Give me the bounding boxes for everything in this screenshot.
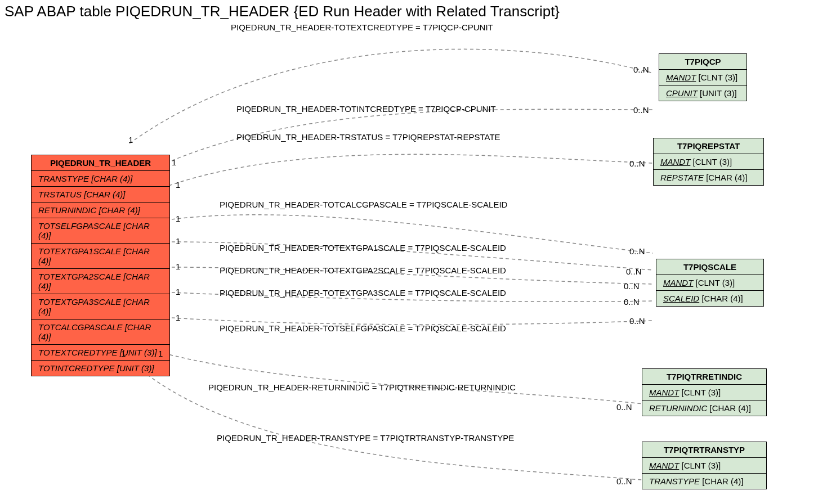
field-row: REPSTATE [CHAR (4)]	[654, 170, 763, 185]
field-row: TRANSTYPE [CHAR (4)]	[642, 474, 766, 489]
cardinality: 0..N	[616, 402, 632, 412]
cardinality: 1	[176, 287, 180, 296]
cardinality: 0..N	[624, 297, 640, 307]
field-row: SCALEID [CHAR (4)]	[656, 291, 763, 306]
cardinality: 0..N	[629, 159, 645, 168]
field-row: CPUNIT [UNIT (3)]	[659, 86, 746, 101]
diagram-title: SAP ABAP table PIQEDRUN_TR_HEADER {ED Ru…	[5, 3, 560, 20]
cardinality: 1	[176, 262, 180, 271]
field-row: RETURNINDIC [CHAR (4)]	[642, 400, 766, 416]
table-ref-t7piqscale: T7PIQSCALE MANDT [CLNT (3)] SCALEID [CHA…	[656, 259, 764, 307]
table-ref-t7piqcp: T7PIQCP MANDT [CLNT (3)] CPUNIT [UNIT (3…	[659, 53, 747, 101]
rel-label: PIQEDRUN_TR_HEADER-RETURNINDIC = T7PIQTR…	[208, 382, 516, 392]
table-ref-t7piqrepstat: T7PIQREPSTAT MANDT [CLNT (3)] REPSTATE […	[653, 138, 764, 186]
cardinality: 1	[176, 214, 180, 223]
cardinality: 0..N	[633, 105, 649, 115]
cardinality: 1	[128, 135, 133, 145]
field-row: TOTINTCREDTYPE [UNIT (3)]	[32, 361, 169, 376]
field-row: TRSTATUS [CHAR (4)]	[32, 187, 169, 202]
field-row: RETURNINDIC [CHAR (4)]	[32, 202, 169, 218]
ref-header: T7PIQSCALE	[656, 259, 763, 275]
field-row: MANDT [CLNT (3)]	[656, 275, 763, 291]
field-row: TOTEXTGPA2SCALE [CHAR (4)]	[32, 269, 169, 294]
table-main-header: PIQEDRUN_TR_HEADER	[32, 155, 169, 171]
cardinality: 0..N	[629, 316, 645, 326]
rel-label: PIQEDRUN_TR_HEADER-TOTINTCREDTYPE = T7PI…	[236, 104, 496, 114]
rel-label: PIQEDRUN_TR_HEADER-TOTEXTGPA1SCALE = T7P…	[220, 243, 506, 253]
field-row: TOTSELFGPASCALE [CHAR (4)]	[32, 218, 169, 244]
rel-label: PIQEDRUN_TR_HEADER-TRANSTYPE = T7PIQTRTR…	[217, 433, 514, 443]
rel-label: PIQEDRUN_TR_HEADER-TOTSELFGPASCALE = T7P…	[220, 323, 506, 333]
cardinality: 0..N	[629, 246, 645, 256]
cardinality: 1	[176, 180, 180, 190]
field-row: TOTEXTGPA3SCALE [CHAR (4)]	[32, 294, 169, 320]
ref-header: T7PIQTRTRANSTYP	[642, 442, 766, 458]
rel-label: PIQEDRUN_TR_HEADER-TRSTATUS = T7PIQREPST…	[236, 132, 500, 142]
cardinality: 1	[158, 349, 163, 358]
field-row: TRANSTYPE [CHAR (4)]	[32, 171, 169, 187]
ref-header: T7PIQREPSTAT	[654, 138, 763, 154]
cardinality: 1	[172, 158, 176, 167]
field-row: TOTEXTCREDTYPE [UNIT (3)]	[32, 345, 169, 361]
cardinality: 0..N	[624, 281, 640, 291]
field-row: MANDT [CLNT (3)]	[654, 154, 763, 170]
rel-label: PIQEDRUN_TR_HEADER-TOTEXTCREDTYPE = T7PI…	[231, 22, 493, 32]
table-main: PIQEDRUN_TR_HEADER TRANSTYPE [CHAR (4)] …	[31, 155, 170, 376]
cardinality: 0..N	[626, 267, 642, 276]
rel-label: PIQEDRUN_TR_HEADER-TOTEXTGPA2SCALE = T7P…	[220, 266, 506, 275]
table-ref-t7piqtrretindic: T7PIQTRRETINDIC MANDT [CLNT (3)] RETURNI…	[642, 368, 767, 416]
field-row: MANDT [CLNT (3)]	[659, 70, 746, 86]
cardinality: 1	[176, 236, 180, 246]
field-row: TOTCALCGPASCALE [CHAR (4)]	[32, 320, 169, 345]
cardinality: 1	[176, 313, 180, 322]
field-row: TOTEXTGPA1SCALE [CHAR (4)]	[32, 244, 169, 269]
cardinality: 1	[121, 349, 126, 358]
table-ref-t7piqtrtranstyp: T7PIQTRTRANSTYP MANDT [CLNT (3)] TRANSTY…	[642, 442, 767, 489]
cardinality: 0..N	[616, 476, 632, 486]
ref-header: T7PIQCP	[659, 54, 746, 70]
field-row: MANDT [CLNT (3)]	[642, 458, 766, 474]
ref-header: T7PIQTRRETINDIC	[642, 369, 766, 385]
field-row: MANDT [CLNT (3)]	[642, 385, 766, 400]
cardinality: 0..N	[633, 65, 649, 74]
rel-label: PIQEDRUN_TR_HEADER-TOTEXTGPA3SCALE = T7P…	[220, 288, 506, 298]
rel-label: PIQEDRUN_TR_HEADER-TOTCALCGPASCALE = T7P…	[220, 200, 507, 209]
